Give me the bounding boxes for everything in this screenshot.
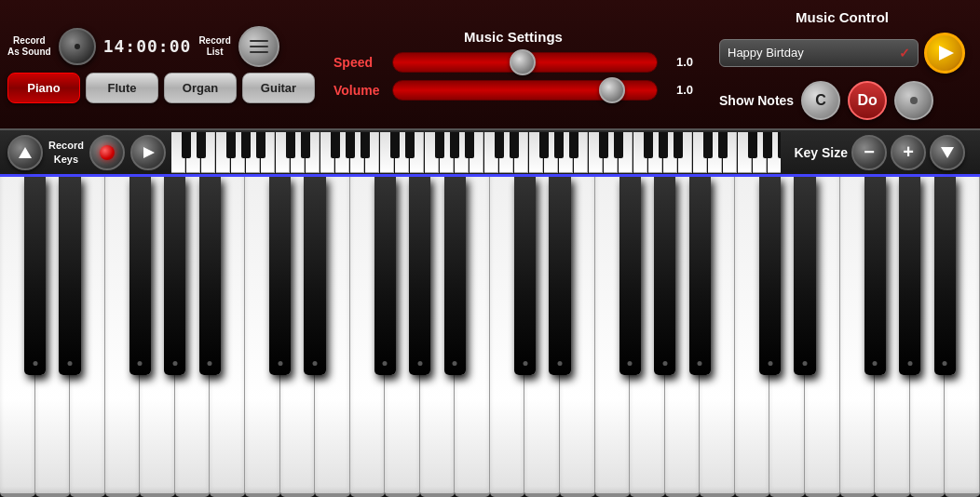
record-as-sound: Record As Sound <box>7 35 51 58</box>
music-settings-title: Music Settings <box>464 29 563 45</box>
black-key-1[interactable] <box>59 177 80 375</box>
mini-black-key-3[interactable] <box>226 132 236 158</box>
black-key-26[interactable] <box>934 177 956 375</box>
speed-row: Speed 1.0 <box>333 52 693 73</box>
black-key-18[interactable] <box>654 177 675 375</box>
black-key-11[interactable] <box>409 177 430 375</box>
black-key-25[interactable] <box>899 177 920 375</box>
key-size-area: Key Size − + <box>786 135 973 170</box>
notes-knob-center <box>910 97 918 104</box>
key-size-decrease-button[interactable]: − <box>851 135 887 170</box>
play-button[interactable] <box>924 33 965 74</box>
mini-black-key-17[interactable] <box>435 132 444 158</box>
black-key-0[interactable] <box>24 177 46 375</box>
up-arrow-icon <box>19 147 32 158</box>
scroll-down-button[interactable] <box>930 135 965 170</box>
record-dot-button[interactable] <box>89 135 125 170</box>
black-key-4[interactable] <box>164 177 185 375</box>
mini-keyboard-scroll[interactable] <box>171 132 782 173</box>
black-key-21[interactable] <box>759 177 781 375</box>
speed-slider-thumb[interactable] <box>510 49 536 75</box>
black-key-15[interactable] <box>549 177 570 375</box>
mini-black-key-15[interactable] <box>405 132 415 158</box>
mini-black-key-19[interactable] <box>465 132 474 158</box>
mini-black-key-40[interactable] <box>778 132 782 158</box>
record-keys-label: Record Keys <box>48 139 84 166</box>
mini-black-key-39[interactable] <box>763 132 772 158</box>
mini-black-key-22[interactable] <box>510 132 519 158</box>
black-key-12[interactable] <box>444 177 466 375</box>
knob-inner <box>75 44 80 49</box>
music-control-title: Music Control <box>719 9 965 25</box>
mini-black-key-1[interactable] <box>197 132 206 158</box>
mini-black-key-0[interactable] <box>182 132 191 158</box>
black-key-7[interactable] <box>269 177 291 375</box>
volume-slider-thumb[interactable] <box>599 77 625 103</box>
mini-black-key-33[interactable] <box>674 132 683 158</box>
instrument-piano[interactable]: Piano <box>7 73 80 103</box>
mini-black-key-38[interactable] <box>748 132 757 158</box>
black-key-17[interactable] <box>619 177 641 375</box>
scroll-up-button[interactable] <box>7 135 43 170</box>
mini-black-key-7[interactable] <box>286 132 295 158</box>
black-key-5[interactable] <box>199 177 221 375</box>
note-do-button[interactable]: Do <box>848 81 887 120</box>
black-key-3[interactable] <box>129 177 151 375</box>
mini-black-key-24[interactable] <box>539 132 549 158</box>
mini-black-key-5[interactable] <box>256 132 265 158</box>
left-controls: Record As Sound 14:00:00 Record List <box>7 26 315 103</box>
black-key-14[interactable] <box>514 177 536 375</box>
black-key-22[interactable] <box>794 177 815 375</box>
key-size-increase-button[interactable]: + <box>891 135 926 170</box>
record-as-sound-line2: As Sound <box>7 47 51 58</box>
mic-knob[interactable] <box>59 28 96 65</box>
record-list-line1: Record <box>198 35 230 47</box>
speed-slider-track[interactable] <box>392 52 658 73</box>
mini-black-key-36[interactable] <box>718 132 728 158</box>
top-bar: Record As Sound 14:00:00 Record List <box>0 0 980 130</box>
record-dot-icon <box>100 145 115 160</box>
song-dropdown[interactable]: Happy Birtday ✓ <box>719 39 919 67</box>
mini-black-key-35[interactable] <box>703 132 713 158</box>
speed-label: Speed <box>333 55 385 70</box>
show-notes-label: Show Notes <box>719 93 794 108</box>
black-key-24[interactable] <box>864 177 886 375</box>
play-triangle-icon <box>939 46 954 60</box>
mini-black-key-14[interactable] <box>390 132 400 158</box>
mini-black-key-4[interactable] <box>241 132 251 158</box>
main-piano[interactable] <box>0 177 980 497</box>
record-list-button[interactable] <box>238 26 279 67</box>
record-list: Record List <box>198 35 230 58</box>
play-small-button[interactable] <box>130 135 166 170</box>
instrument-organ[interactable]: Organ <box>164 73 237 103</box>
mini-black-key-18[interactable] <box>450 132 459 158</box>
mini-black-key-26[interactable] <box>569 132 578 158</box>
mini-black-key-31[interactable] <box>644 132 653 158</box>
black-key-10[interactable] <box>374 177 396 375</box>
song-row: Happy Birtday ✓ <box>719 33 965 74</box>
mini-black-key-8[interactable] <box>301 132 310 158</box>
mini-black-key-21[interactable] <box>495 132 504 158</box>
mini-black-key-28[interactable] <box>599 132 608 158</box>
volume-value: 1.0 <box>665 83 693 97</box>
note-c-button[interactable]: C <box>801 81 840 120</box>
mini-black-key-25[interactable] <box>554 132 564 158</box>
volume-row: Volume 1.0 <box>333 80 693 101</box>
mini-black-key-12[interactable] <box>361 132 370 158</box>
volume-slider-track[interactable] <box>392 80 658 101</box>
record-bar: Record Keys Key Size − + <box>0 130 980 177</box>
black-key-8[interactable] <box>304 177 325 375</box>
music-control-panel: Music Control Happy Birtday ✓ Show Notes… <box>712 4 973 126</box>
instrument-row: Piano Flute Organ Guitar <box>7 73 315 103</box>
record-as-sound-line1: Record <box>13 35 45 47</box>
mini-keys <box>171 132 782 173</box>
black-key-19[interactable] <box>689 177 711 375</box>
instrument-flute[interactable]: Flute <box>86 73 158 103</box>
instrument-guitar[interactable]: Guitar <box>242 73 315 103</box>
mini-black-key-10[interactable] <box>331 132 340 158</box>
mini-black-key-11[interactable] <box>346 132 355 158</box>
mini-black-key-32[interactable] <box>659 132 668 158</box>
checkmark-icon: ✓ <box>899 46 910 60</box>
mini-black-key-29[interactable] <box>614 132 623 158</box>
notes-knob[interactable] <box>894 81 933 120</box>
